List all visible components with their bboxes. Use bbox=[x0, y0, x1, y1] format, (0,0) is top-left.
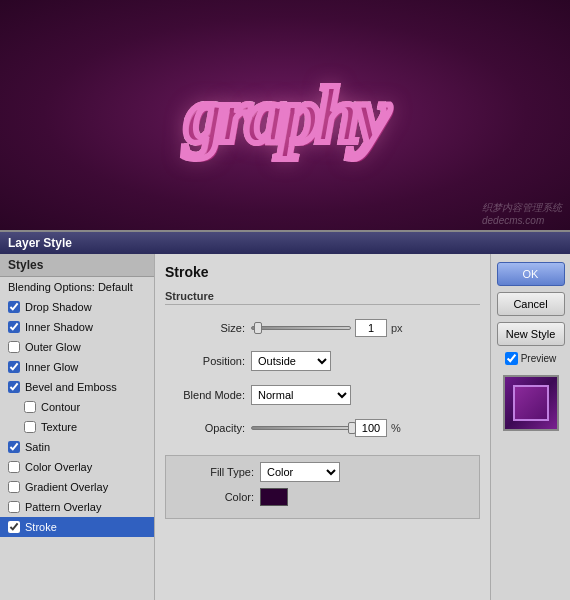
structure-header: Structure bbox=[165, 290, 480, 305]
inner-glow-checkbox[interactable] bbox=[8, 361, 20, 373]
opacity-slider-track[interactable] bbox=[251, 426, 351, 430]
stroke-checkbox[interactable] bbox=[8, 521, 20, 533]
dialog-titlebar: Layer Style bbox=[0, 232, 570, 254]
fill-type-control-group: Color Gradient Pattern bbox=[260, 462, 471, 482]
canvas-preview: graphy 织梦内容管理系统dedecms.com bbox=[0, 0, 570, 230]
stroke-item[interactable]: Stroke bbox=[0, 517, 154, 537]
preview-label: Preview bbox=[521, 353, 557, 364]
outer-glow-item[interactable]: Outer Glow bbox=[0, 337, 154, 357]
watermark: 织梦内容管理系统dedecms.com bbox=[482, 201, 562, 226]
inner-shadow-label: Inner Shadow bbox=[25, 321, 93, 333]
color-overlay-label: Color Overlay bbox=[25, 461, 92, 473]
size-slider-thumb[interactable] bbox=[254, 322, 262, 334]
styles-header: Styles bbox=[0, 254, 154, 277]
pattern-overlay-item[interactable]: Pattern Overlay bbox=[0, 497, 154, 517]
layer-style-dialog: Layer Style Styles Blending Options: Def… bbox=[0, 230, 570, 600]
dialog-body: Styles Blending Options: Default Drop Sh… bbox=[0, 254, 570, 600]
drop-shadow-checkbox[interactable] bbox=[8, 301, 20, 313]
color-row: Color: bbox=[174, 488, 471, 506]
blending-options-item[interactable]: Blending Options: Default bbox=[0, 277, 154, 297]
color-overlay-checkbox[interactable] bbox=[8, 461, 20, 473]
opacity-unit: % bbox=[391, 422, 401, 434]
preview-checkbox-row: Preview bbox=[505, 352, 557, 365]
styles-panel: Styles Blending Options: Default Drop Sh… bbox=[0, 254, 155, 600]
inner-glow-item[interactable]: Inner Glow bbox=[0, 357, 154, 377]
contour-checkbox[interactable] bbox=[24, 401, 36, 413]
opacity-input[interactable] bbox=[355, 419, 387, 437]
preview-checkbox[interactable] bbox=[505, 352, 518, 365]
size-control-group: px bbox=[251, 319, 480, 337]
blend-mode-row: Blend Mode: Normal Dissolve Multiply Scr… bbox=[165, 385, 480, 405]
preview-box bbox=[503, 375, 559, 431]
color-swatch[interactable] bbox=[260, 488, 288, 506]
color-control-group bbox=[260, 488, 471, 506]
contour-item[interactable]: Contour bbox=[0, 397, 154, 417]
fill-type-row: Fill Type: Color Gradient Pattern bbox=[174, 462, 471, 482]
position-row: Position: Outside Inside Center bbox=[165, 351, 480, 371]
preview-inner bbox=[513, 385, 549, 421]
gradient-overlay-label: Gradient Overlay bbox=[25, 481, 108, 493]
outer-glow-label: Outer Glow bbox=[25, 341, 81, 353]
blend-mode-label: Blend Mode: bbox=[165, 389, 245, 401]
settings-panel: Stroke Structure Size: px Position: bbox=[155, 254, 490, 600]
opacity-label: Opacity: bbox=[165, 422, 245, 434]
drop-shadow-label: Drop Shadow bbox=[25, 301, 92, 313]
bevel-emboss-item[interactable]: Bevel and Emboss bbox=[0, 377, 154, 397]
ok-button[interactable]: OK bbox=[497, 262, 565, 286]
dialog-title: Layer Style bbox=[8, 236, 72, 250]
fill-type-label: Fill Type: bbox=[174, 466, 254, 478]
buttons-panel: OK Cancel New Style Preview bbox=[490, 254, 570, 600]
texture-checkbox[interactable] bbox=[24, 421, 36, 433]
opacity-row: Opacity: % bbox=[165, 419, 480, 437]
size-label: Size: bbox=[165, 322, 245, 334]
outer-glow-checkbox[interactable] bbox=[8, 341, 20, 353]
blend-mode-select[interactable]: Normal Dissolve Multiply Screen bbox=[251, 385, 351, 405]
satin-label: Satin bbox=[25, 441, 50, 453]
fill-type-section: Fill Type: Color Gradient Pattern Color: bbox=[165, 455, 480, 519]
bevel-emboss-checkbox[interactable] bbox=[8, 381, 20, 393]
position-control-group: Outside Inside Center bbox=[251, 351, 480, 371]
satin-item[interactable]: Satin bbox=[0, 437, 154, 457]
texture-item[interactable]: Texture bbox=[0, 417, 154, 437]
size-unit: px bbox=[391, 322, 403, 334]
stroke-title: Stroke bbox=[165, 264, 480, 280]
contour-label: Contour bbox=[41, 401, 80, 413]
satin-checkbox[interactable] bbox=[8, 441, 20, 453]
drop-shadow-item[interactable]: Drop Shadow bbox=[0, 297, 154, 317]
gradient-overlay-checkbox[interactable] bbox=[8, 481, 20, 493]
cancel-button[interactable]: Cancel bbox=[497, 292, 565, 316]
size-row: Size: px bbox=[165, 319, 480, 337]
bevel-emboss-label: Bevel and Emboss bbox=[25, 381, 117, 393]
color-overlay-item[interactable]: Color Overlay bbox=[0, 457, 154, 477]
opacity-control-group: % bbox=[251, 419, 480, 437]
pattern-overlay-label: Pattern Overlay bbox=[25, 501, 101, 513]
stroke-label: Stroke bbox=[25, 521, 57, 533]
canvas-text: graphy bbox=[184, 70, 385, 161]
blending-options-label: Blending Options: Default bbox=[8, 281, 133, 293]
size-input[interactable] bbox=[355, 319, 387, 337]
new-style-button[interactable]: New Style bbox=[497, 322, 565, 346]
gradient-overlay-item[interactable]: Gradient Overlay bbox=[0, 477, 154, 497]
blend-mode-control-group: Normal Dissolve Multiply Screen bbox=[251, 385, 480, 405]
inner-shadow-checkbox[interactable] bbox=[8, 321, 20, 333]
position-label: Position: bbox=[165, 355, 245, 367]
opacity-slider-thumb[interactable] bbox=[348, 422, 356, 434]
color-label: Color: bbox=[174, 491, 254, 503]
inner-glow-label: Inner Glow bbox=[25, 361, 78, 373]
size-slider-track[interactable] bbox=[251, 326, 351, 330]
position-select[interactable]: Outside Inside Center bbox=[251, 351, 331, 371]
fill-type-select[interactable]: Color Gradient Pattern bbox=[260, 462, 340, 482]
pattern-overlay-checkbox[interactable] bbox=[8, 501, 20, 513]
inner-shadow-item[interactable]: Inner Shadow bbox=[0, 317, 154, 337]
texture-label: Texture bbox=[41, 421, 77, 433]
